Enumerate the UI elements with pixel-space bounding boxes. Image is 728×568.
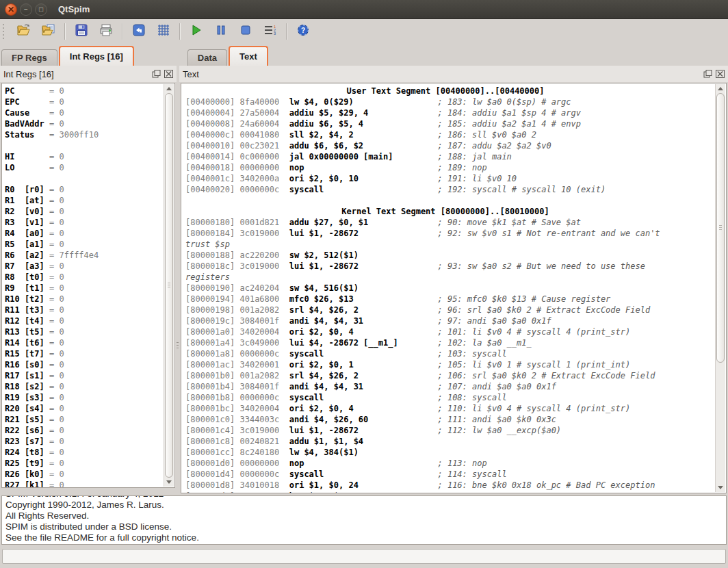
close-panel-button[interactable]: [164, 69, 174, 79]
status-field: [2, 549, 726, 564]
text-line: [0040001c] 3402000a ori $2, $0, 10 ; 191…: [185, 173, 726, 184]
reinitialize-button[interactable]: [127, 21, 151, 42]
register-row: R10 [t2] = 0: [5, 294, 174, 305]
run-button[interactable]: [184, 21, 209, 42]
text-line: [80000198] 001a2082 srl $4, $26, 2 ; 96:…: [185, 305, 726, 315]
open-file-button[interactable]: [12, 21, 36, 42]
tab-data[interactable]: Data: [187, 49, 227, 66]
register-row: R8 [t0] = 0: [5, 272, 174, 283]
text-line: [800001d4] 0000000c syscall ; 114: sysca…: [185, 469, 726, 480]
settings-grid-button[interactable]: [151, 21, 176, 42]
text-line: [800001a0] 34020004 ori $2, $0, 4 ; 101:…: [185, 326, 726, 337]
help-button[interactable]: ?: [291, 21, 315, 42]
close-button[interactable]: ✕: [5, 3, 17, 16]
register-row: R18 [s2] = 0: [5, 381, 174, 392]
register-row: R9 [t1] = 0: [5, 283, 174, 294]
text-line: [00400020] 0000000c syscall ; 192: sysca…: [185, 184, 726, 195]
print-icon: [99, 23, 114, 40]
register-dock: Int Regs [16] PC = 0EPC = 0Cause = 0BadV…: [0, 66, 177, 495]
toolbar-grip[interactable]: [1, 24, 6, 39]
register-row: R2 [v0] = 0: [5, 206, 174, 217]
register-row: EPC = 0: [5, 96, 174, 107]
main-area: Int Regs [16] PC = 0EPC = 0Cause = 0BadV…: [0, 66, 728, 495]
close-panel-button[interactable]: [715, 69, 725, 79]
folder-document-icon: [41, 23, 56, 40]
text-line: [800001cc] 8c240180 lw $4, 384($1): [185, 447, 726, 458]
print-button[interactable]: [94, 21, 118, 42]
help-icon: ?: [297, 24, 309, 39]
pause-button[interactable]: [209, 21, 233, 42]
tab-fp-regs[interactable]: FP Regs: [1, 49, 57, 66]
scroll-up-icon[interactable]: [718, 87, 723, 90]
maximize-button[interactable]: □: [35, 3, 47, 16]
toolbar-separator: [64, 23, 66, 40]
stop-button[interactable]: [233, 21, 258, 42]
load-file-button[interactable]: [36, 21, 61, 42]
text-line: [80000194] 401a6800 mfc0 $26, $13 ; 95: …: [185, 294, 726, 305]
open-folder-icon: [16, 23, 31, 40]
messages-panel: SPIM Version 9.1.4 of January 4, 2012 Co…: [1, 495, 727, 545]
text-line: [00400018] 00000000 nop ; 189: nop: [185, 162, 726, 173]
scrollbar-thumb[interactable]: [165, 93, 173, 478]
toolbar: 1 2 3 ?: [0, 19, 728, 44]
register-row: LO = 0: [5, 162, 174, 173]
save-log-button[interactable]: [69, 21, 94, 42]
text-line: [8000019c] 3084001f andi $4, $4, 31 ; 97…: [185, 315, 726, 326]
register-row: R1 [at] = 0: [5, 195, 174, 206]
step-list-icon: 1 2 3: [263, 24, 277, 39]
scrollbar-thumb[interactable]: [716, 93, 725, 363]
text-line: [80000188] ac220200 sw $2, 512($1): [185, 250, 726, 261]
text-line: [800001dc] 17410005 bne $26, $1, 20: [185, 491, 726, 493]
tab-bar: FP RegsInt Regs [16] DataText: [0, 44, 728, 66]
play-icon: [191, 24, 202, 39]
text-line: [800001b0] 001a2082 srl $4, $26, 2 ; 106…: [185, 370, 726, 381]
text-line: [800001b4] 3084001f andi $4, $4, 31 ; 10…: [185, 381, 726, 392]
text-line: [800001c8] 00240821 addu $1, $1, $4: [185, 436, 726, 447]
register-row: R3 [v1] = 0: [5, 217, 174, 228]
left-tab-group: FP RegsInt Regs [16]: [1, 46, 135, 66]
toolbar-separator: [122, 23, 123, 40]
minimize-button[interactable]: −: [20, 3, 32, 16]
register-row: HI = 0: [5, 151, 174, 162]
register-row: R27 [k1] = 0: [5, 480, 174, 488]
text-line-continuation: trust $sp: [185, 239, 726, 250]
register-row: R26 [k0] = 0: [5, 469, 174, 480]
text-line: [800001a4] 3c049000 lui $4, -28672 [__m1…: [185, 337, 726, 348]
scroll-down-icon[interactable]: [166, 480, 172, 484]
register-row: Status = 3000ff10: [5, 129, 174, 140]
text-scrollbar[interactable]: [715, 84, 725, 492]
toolbar-separator: [179, 23, 181, 40]
register-panel: PC = 0EPC = 0Cause = 0BadVAddr = 0Status…: [1, 83, 175, 488]
pause-icon: [216, 25, 226, 38]
blank-line: [185, 195, 726, 206]
text-line: [800001bc] 34020004 ori $2, $0, 4 ; 110:…: [185, 403, 726, 414]
svg-text:?: ?: [301, 27, 305, 34]
tab-int-regs-16[interactable]: Int Regs [16]: [59, 46, 134, 66]
float-panel-button[interactable]: [151, 69, 161, 79]
register-row: R20 [s4] = 0: [5, 403, 174, 414]
status-bar: [0, 545, 728, 568]
register-row: R15 [t7] = 0: [5, 348, 174, 359]
float-panel-button[interactable]: [703, 69, 713, 79]
svg-text:3: 3: [274, 31, 276, 36]
register-row: R4 [a0] = 0: [5, 228, 174, 239]
scroll-up-icon[interactable]: [166, 87, 172, 90]
message-line: See the file README for a full copyright…: [5, 532, 726, 543]
text-line: [00400014] 0c000000 jal 0x00000000 [main…: [185, 151, 726, 162]
register-row: R13 [t5] = 0: [5, 326, 174, 337]
grid-icon: [157, 23, 170, 40]
text-line: [00400004] 27a50004 addiu $5, $29, 4 ; 1…: [185, 107, 726, 118]
register-row: R14 [t6] = 0: [5, 337, 174, 348]
single-step-button[interactable]: 1 2 3: [258, 21, 283, 42]
register-row: R12 [t4] = 0: [5, 315, 174, 326]
register-scrollbar[interactable]: [164, 84, 174, 487]
register-row: Cause = 0: [5, 107, 174, 118]
scroll-down-icon[interactable]: [718, 486, 723, 489]
right-tab-group: DataText: [187, 46, 270, 66]
message-line: Copyright 1990-2012, James R. Larus.: [5, 500, 726, 511]
register-dock-title: Int Regs [16]: [3, 69, 54, 79]
tab-text[interactable]: Text: [229, 46, 268, 66]
stop-icon: [240, 25, 251, 38]
register-row: R23 [s7] = 0: [5, 436, 174, 447]
text-line: [0040000c] 00041080 sll $2, $4, 2 ; 186:…: [185, 129, 726, 140]
